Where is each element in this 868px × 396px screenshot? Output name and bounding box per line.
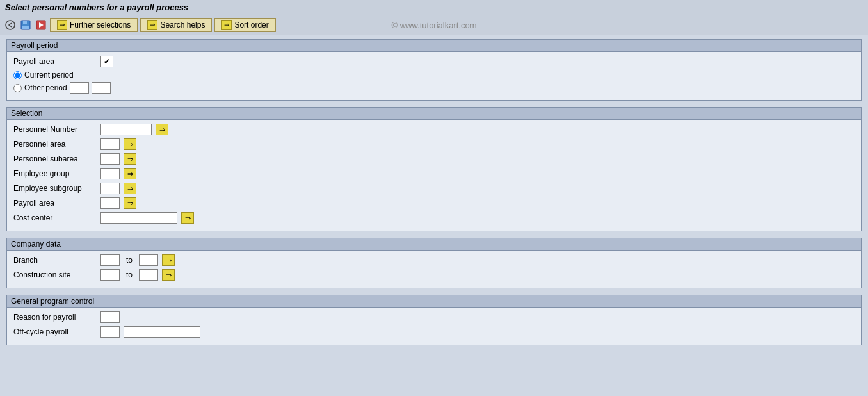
payroll-area-sel-row: Payroll area ⇒ <box>13 197 855 209</box>
further-selections-button[interactable]: ⇒ Further selections <box>50 18 138 32</box>
personnel-subarea-row: Personnel subarea ⇒ <box>13 153 855 165</box>
cost-center-arrow-button[interactable]: ⇒ <box>181 212 194 224</box>
reason-for-payroll-label: Reason for payroll <box>13 313 97 322</box>
branch-arrow-button[interactable]: ⇒ <box>162 254 175 266</box>
svg-point-0 <box>6 21 15 29</box>
payroll-area-sel-label: Payroll area <box>13 199 97 208</box>
toolbar: © www.tutorialkart.com ⇒ Further selecti… <box>0 15 868 35</box>
execute-icon[interactable] <box>35 19 47 31</box>
svg-rect-3 <box>22 26 29 29</box>
current-period-row: Current period <box>13 70 855 79</box>
employee-subgroup-label: Employee subgroup <box>13 184 97 193</box>
off-cycle-payroll-row: Off-cycle payroll <box>13 326 855 338</box>
personnel-number-arrow-button[interactable]: ⇒ <box>156 124 168 135</box>
personnel-subarea-arrow-button[interactable]: ⇒ <box>124 153 136 165</box>
search-helps-label: Search helps <box>160 21 205 29</box>
current-period-radio[interactable] <box>13 71 22 79</box>
personnel-area-input[interactable] <box>100 138 120 150</box>
personnel-area-arrow-button[interactable]: ⇒ <box>124 138 136 150</box>
other-period-radio[interactable] <box>13 84 22 92</box>
branch-from-input[interactable] <box>100 254 120 266</box>
other-period-input2[interactable] <box>92 82 111 94</box>
company-data-body: Branch to ⇒ Construction site to ⇒ <box>7 251 861 288</box>
personnel-subarea-label: Personnel subarea <box>13 154 97 163</box>
further-selections-label: Further selections <box>70 21 131 29</box>
company-data-header: Company data <box>7 238 861 251</box>
construction-site-from-input[interactable] <box>100 269 120 281</box>
other-period-input1[interactable] <box>70 82 89 94</box>
personnel-number-input[interactable] <box>100 124 152 135</box>
branch-to-label: to <box>126 256 133 265</box>
off-cycle-payroll-input1[interactable] <box>100 326 120 338</box>
reason-for-payroll-input[interactable] <box>100 311 120 323</box>
other-period-row: Other period <box>13 82 855 94</box>
personnel-area-row: Personnel area ⇒ <box>13 138 855 150</box>
construction-site-label: Construction site <box>13 270 97 279</box>
current-period-label: Current period <box>24 70 74 79</box>
cost-center-row: Cost center ⇒ <box>13 212 855 224</box>
save-icon[interactable] <box>19 19 32 31</box>
payroll-area-row: Payroll area ✔ <box>13 56 855 67</box>
employee-group-input[interactable] <box>100 168 120 179</box>
branch-to-input[interactable] <box>139 254 158 266</box>
employee-subgroup-input[interactable] <box>100 183 120 194</box>
sort-order-arrow-icon: ⇒ <box>221 20 232 30</box>
payroll-area-label: Payroll area <box>13 57 97 66</box>
company-data-section: Company data Branch to ⇒ Construction si… <box>6 238 862 288</box>
reason-for-payroll-row: Reason for payroll <box>13 311 855 323</box>
watermark: © www.tutorialkart.com <box>391 21 476 30</box>
payroll-period-header: Payroll period <box>7 40 861 52</box>
selection-section: Selection Personnel Number ⇒ Personnel a… <box>6 107 862 231</box>
employee-subgroup-arrow-button[interactable]: ⇒ <box>124 183 136 194</box>
off-cycle-payroll-input2[interactable] <box>124 326 200 338</box>
other-period-label: Other period <box>24 83 67 92</box>
general-program-section: General program control Reason for payro… <box>6 295 862 345</box>
selection-header: Selection <box>7 108 861 120</box>
search-helps-button[interactable]: ⇒ Search helps <box>140 18 212 32</box>
payroll-period-section: Payroll period Payroll area ✔ Current pe… <box>6 39 862 101</box>
further-selections-arrow-icon: ⇒ <box>57 20 67 30</box>
payroll-period-body: Payroll area ✔ Current period Other peri… <box>7 52 861 100</box>
main-content: Payroll period Payroll area ✔ Current pe… <box>0 35 868 356</box>
payroll-area-checkbox[interactable]: ✔ <box>100 56 113 67</box>
general-program-body: Reason for payroll Off-cycle payroll <box>7 308 861 345</box>
page-title: Select personal numbers for a payroll pr… <box>5 3 188 12</box>
personnel-area-label: Personnel area <box>13 140 97 149</box>
search-helps-arrow-icon: ⇒ <box>147 20 157 30</box>
selection-body: Personnel Number ⇒ Personnel area ⇒ Pers… <box>7 120 861 231</box>
personnel-number-row: Personnel Number ⇒ <box>13 124 855 135</box>
sort-order-label: Sort order <box>234 21 268 29</box>
construction-site-row: Construction site to ⇒ <box>13 269 855 281</box>
cost-center-input[interactable] <box>100 212 177 224</box>
construction-site-to-label: to <box>126 270 133 279</box>
employee-subgroup-row: Employee subgroup ⇒ <box>13 183 855 194</box>
personnel-number-label: Personnel Number <box>13 125 97 134</box>
sort-order-button[interactable]: ⇒ Sort order <box>214 18 275 32</box>
general-program-header: General program control <box>7 295 861 308</box>
employee-group-label: Employee group <box>13 169 97 178</box>
branch-row: Branch to ⇒ <box>13 254 855 266</box>
cost-center-label: Cost center <box>13 213 97 222</box>
personnel-subarea-input[interactable] <box>100 153 120 165</box>
off-cycle-payroll-label: Off-cycle payroll <box>13 327 97 336</box>
construction-site-to-input[interactable] <box>139 269 158 281</box>
payroll-area-sel-arrow-button[interactable]: ⇒ <box>124 197 136 209</box>
employee-group-arrow-button[interactable]: ⇒ <box>124 168 136 179</box>
back-icon[interactable] <box>4 19 17 31</box>
payroll-area-sel-input[interactable] <box>100 197 120 209</box>
branch-label: Branch <box>13 256 97 265</box>
construction-site-arrow-button[interactable]: ⇒ <box>162 269 175 281</box>
svg-rect-2 <box>23 21 27 24</box>
employee-group-row: Employee group ⇒ <box>13 168 855 179</box>
title-bar: Select personal numbers for a payroll pr… <box>0 0 868 15</box>
